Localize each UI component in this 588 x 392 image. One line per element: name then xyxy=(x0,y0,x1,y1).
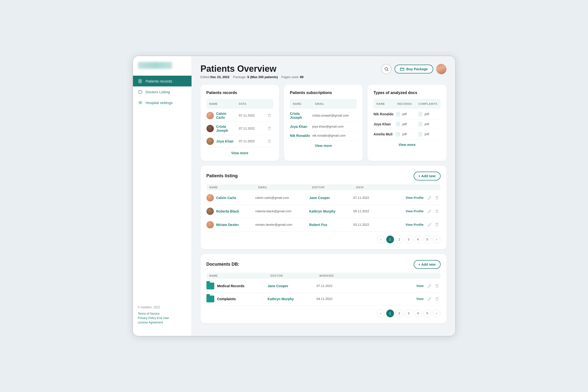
delete-icon[interactable] xyxy=(435,284,438,288)
edit-icon[interactable] xyxy=(428,209,431,213)
documents-db-section: Documents DB: + Add new NAME DOCTOR MODI… xyxy=(200,254,446,323)
delete-icon[interactable] xyxy=(435,223,438,227)
add-new-document-button[interactable]: + Add new xyxy=(414,260,440,269)
page-5-button[interactable]: 5 xyxy=(424,236,431,244)
license-link[interactable]: License Agreement xyxy=(138,321,186,324)
table-row: Crista Joseph crista.ooseph@gmail.com xyxy=(290,109,357,122)
view-document-link[interactable]: View xyxy=(416,297,424,301)
page-1-button[interactable]: 1 xyxy=(386,236,394,244)
folder-icon xyxy=(206,282,214,290)
page-4-button[interactable]: 4 xyxy=(414,310,422,317)
terms-link[interactable]: Terms of Service xyxy=(138,312,186,315)
table-row: Calvin Carlo calvin.carlo@gmail.com Jane… xyxy=(206,191,440,205)
sidebar-item-label: Doctors Listing xyxy=(146,90,170,94)
table-row: Amelia Muli 📄 .pdf 📄 .pdf xyxy=(374,129,440,139)
edit-icon[interactable] xyxy=(428,223,431,226)
edit-icon[interactable] xyxy=(428,284,431,288)
privacy-link[interactable]: Privacy Policy End User xyxy=(138,316,186,320)
doctor-name: Jane Cooper xyxy=(309,196,354,200)
patient-name-text: Joya Khan xyxy=(216,139,234,143)
patient-email: roberta.black@gmail.com xyxy=(256,209,309,213)
next-page-button[interactable]: › xyxy=(433,236,440,244)
sidebar-item-doctors-listing[interactable]: Doctors Listing xyxy=(133,86,192,97)
actions-cell: View Profile xyxy=(383,196,440,200)
patient-name-cell: Joya Khan xyxy=(206,138,236,145)
doc-col-name: NAME xyxy=(206,273,268,279)
page-5-button[interactable]: 5 xyxy=(424,310,431,317)
analyzed-docs-title: Types of analyzed docs xyxy=(374,90,440,95)
add-new-patient-button[interactable]: + Add new xyxy=(414,172,440,180)
view-document-link[interactable]: View xyxy=(416,284,424,288)
table-row: Calvin Carlo 07.11.2022 xyxy=(206,109,273,122)
patient-date: 05.11.2022 xyxy=(354,209,383,213)
table-row: Joya Khan joya.khan@gmail.com xyxy=(290,122,357,131)
pr-table-header: NAME DATA xyxy=(206,99,273,109)
avatar xyxy=(206,221,214,228)
page-2-button[interactable]: 2 xyxy=(396,236,403,244)
pr-view-more[interactable]: View more xyxy=(206,151,273,155)
sub-view-more[interactable]: View more xyxy=(290,144,357,148)
table-row: Roberta Black roberta.black@gmail.com Ka… xyxy=(206,205,440,218)
prev-page-button[interactable]: ‹ xyxy=(377,310,385,317)
doctor-name: Kathryn Murphy xyxy=(309,209,354,213)
patient-name-cell: Roberta Black xyxy=(206,208,256,215)
page-1-button[interactable]: 1 xyxy=(386,310,394,317)
delete-icon[interactable] xyxy=(435,297,438,301)
subscriptions-card-title: Patients subscriptions xyxy=(290,90,357,95)
avatar xyxy=(206,125,214,132)
page-2-button[interactable]: 2 xyxy=(396,310,403,317)
view-profile-link[interactable]: View Profile xyxy=(406,223,424,226)
main-content: Patients Overview Edited Dec 23, 2022 Pa… xyxy=(192,56,455,336)
search-button[interactable] xyxy=(381,64,392,74)
table-row: Joya Khan 07.11.2022 xyxy=(206,135,273,148)
patient-name-cell: Crista Joseph xyxy=(206,125,236,132)
doc-patient-name: Nik Ronaldo xyxy=(374,112,396,116)
edit-icon[interactable] xyxy=(428,297,431,301)
delete-icon[interactable] xyxy=(266,126,273,130)
patient-name-cell: Calvin Carlo xyxy=(206,112,236,120)
documents-db-header: Documents DB: + Add new xyxy=(206,260,440,269)
user-avatar[interactable] xyxy=(436,64,446,74)
delete-icon[interactable] xyxy=(435,209,438,213)
patient-date: 07.11.2022 xyxy=(354,196,383,200)
doc-view-more[interactable]: View more xyxy=(374,143,440,147)
page-4-button[interactable]: 4 xyxy=(414,236,422,244)
sidebar-item-patients-records[interactable]: Patients records xyxy=(133,76,192,86)
sidebar: Patients records Doctors Listing xyxy=(133,56,192,336)
page-3-button[interactable]: 3 xyxy=(405,236,413,244)
actions-cell: View Profile xyxy=(383,209,440,213)
sidebar-item-hospital-settings[interactable]: Hospital settings xyxy=(133,97,192,108)
next-page-button[interactable]: › xyxy=(433,310,440,317)
patient-name-text: Calvin Carlo xyxy=(216,112,236,120)
sub-table-header: NAME EMAIL xyxy=(290,99,357,109)
delete-icon[interactable] xyxy=(435,196,438,200)
listing-col-doctor: DOCTOR xyxy=(309,184,354,190)
prev-page-button[interactable]: ‹ xyxy=(377,236,385,244)
view-profile-link[interactable]: View Profile xyxy=(406,209,424,213)
page-header: Patients Overview Edited Dec 23, 2022 Pa… xyxy=(200,64,446,79)
sub-patient-name: Crista Joseph xyxy=(290,112,312,120)
analyzed-docs-card: Types of analyzed docs NAME RECORDS COMP… xyxy=(368,85,446,161)
folder-icon xyxy=(206,296,214,302)
delete-icon[interactable] xyxy=(266,139,273,143)
file-icon xyxy=(138,78,143,84)
top-cards-row: Patients records NAME DATA Calvin Carlo … xyxy=(200,85,446,161)
doc-col-modified: MODIFIED xyxy=(317,273,361,279)
pages-used-value: 89 xyxy=(300,75,304,79)
sidebar-nav: Patients records Doctors Listing xyxy=(133,76,192,108)
listing-pagination: ‹ 1 2 3 4 5 › xyxy=(206,236,440,244)
buy-package-button[interactable]: Buy Package xyxy=(394,65,433,74)
view-profile-link[interactable]: View Profile xyxy=(406,196,424,200)
pr-col-name: NAME xyxy=(206,101,236,107)
delete-icon[interactable] xyxy=(266,114,273,118)
doc-col-complaints: COMPLAINTS xyxy=(415,101,440,107)
documents-db-title: Documents DB: xyxy=(206,262,240,267)
sub-patient-name: Nik Ronaldo xyxy=(290,134,312,138)
patient-name-text: Calvin Carlo xyxy=(216,196,236,200)
edit-icon[interactable] xyxy=(428,196,431,200)
table-row: Crista Joseph 07.11.2022 xyxy=(206,122,273,135)
svg-rect-7 xyxy=(400,68,404,71)
page-3-button[interactable]: 3 xyxy=(405,310,413,317)
folder-nav-icon xyxy=(138,89,143,94)
actions-cell: View xyxy=(361,297,440,301)
